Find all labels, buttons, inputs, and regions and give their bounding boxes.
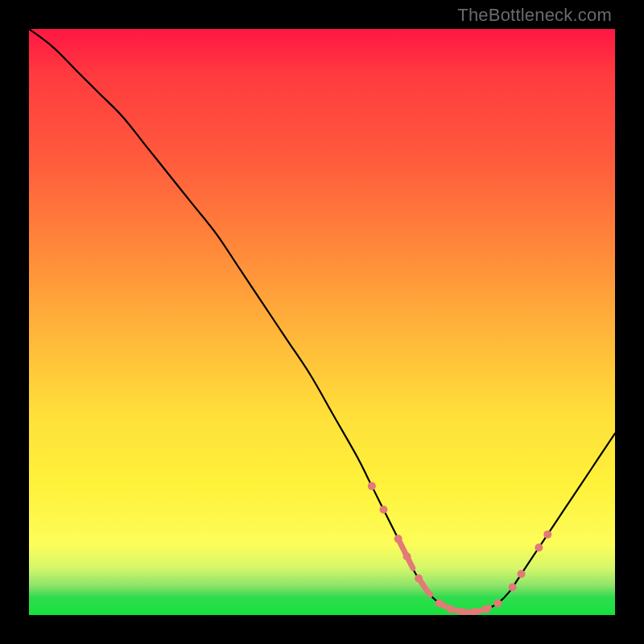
- marker-dot: [436, 599, 444, 607]
- marker-dot: [403, 552, 411, 560]
- chart-frame: TheBottleneck.com: [0, 0, 644, 644]
- marker-dot: [482, 605, 490, 613]
- marker-dot: [509, 583, 517, 591]
- plot-area: [29, 29, 615, 615]
- marker-dot: [543, 530, 551, 539]
- marker-dots: [368, 482, 551, 615]
- bottleneck-curve: [29, 29, 615, 613]
- marker-dot: [535, 543, 543, 551]
- marker-dot: [394, 535, 402, 543]
- marker-dot: [518, 570, 526, 578]
- marker-dot: [379, 506, 387, 514]
- marker-dot: [368, 482, 376, 490]
- marker-dot: [415, 575, 423, 583]
- marker-dot: [493, 599, 502, 607]
- watermark-text: TheBottleneck.com: [457, 5, 612, 26]
- curve-svg: [29, 29, 615, 615]
- marker-segments: [398, 539, 489, 612]
- marker-dot: [447, 605, 455, 613]
